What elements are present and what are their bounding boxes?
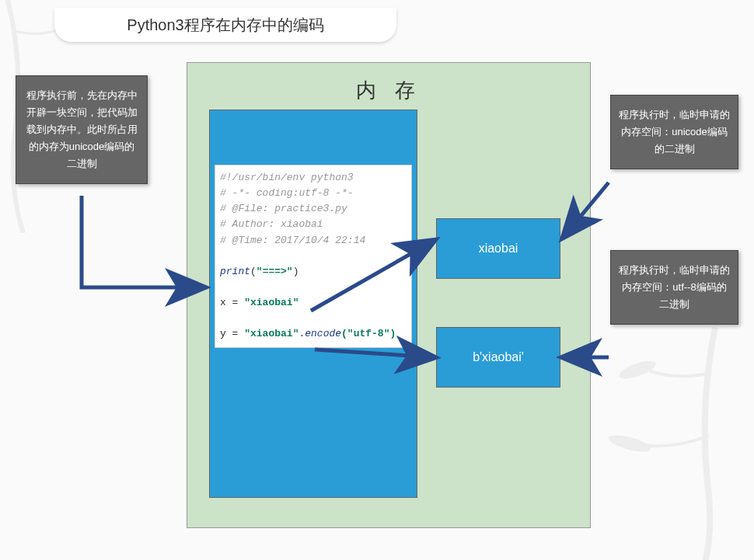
- title-bar: Python3程序在内存中的编码: [54, 8, 396, 42]
- code-comment-3: # @File: practice3.py: [220, 203, 347, 214]
- value-utf8-text: b'xiaobai': [473, 350, 524, 364]
- info-left-text: 程序执行前，先在内存中开辟一块空间，把代码加载到内存中。此时所占用的内存为uni…: [26, 89, 138, 169]
- value-unicode-text: xiaobai: [479, 242, 518, 256]
- code-y-arg: ("utf-8"): [341, 328, 396, 339]
- memory-heading: 内 存: [187, 63, 590, 112]
- value-box-unicode: xiaobai: [436, 218, 560, 279]
- code-print-arg: "===>": [257, 266, 293, 277]
- info-r1-text: 程序执行时，临时申请的内存空间：unicode编码的二进制: [619, 109, 730, 155]
- code-comment-4: # Author: xiaobai: [220, 218, 323, 230]
- code-comment-2: # -*- coding:utf-8 -*-: [220, 187, 354, 199]
- info-box-right-1: 程序执行时，临时申请的内存空间：unicode编码的二进制: [610, 95, 738, 169]
- code-y-lhs: y =: [220, 328, 244, 339]
- code-comment-5: # @Time: 2017/10/4 22:14: [220, 235, 365, 246]
- code-block: #!/usr/bin/env python3 # -*- coding:utf-…: [215, 165, 412, 348]
- code-x-lhs: x =: [220, 297, 244, 308]
- value-box-utf8: b'xiaobai': [436, 327, 560, 388]
- code-x-val: "xiaobai": [244, 297, 298, 308]
- code-panel: #!/usr/bin/env python3 # -*- coding:utf-…: [209, 110, 417, 498]
- svg-point-0: [617, 357, 658, 382]
- code-comment-1: #!/usr/bin/env python3: [220, 172, 354, 183]
- svg-point-1: [607, 432, 652, 455]
- info-r2-text: 程序执行时，临时申请的内存空间：utf--8编码的二进制: [619, 264, 730, 310]
- memory-panel: 内 存 #!/usr/bin/env python3 # -*- coding:…: [187, 62, 591, 528]
- info-box-right-2: 程序执行时，临时申请的内存空间：utf--8编码的二进制: [610, 250, 738, 325]
- code-print-fn: print: [220, 266, 250, 277]
- code-y-encode: encode: [305, 328, 341, 339]
- page-title: Python3程序在内存中的编码: [127, 15, 323, 36]
- code-y-val: "xiaobai": [244, 328, 298, 339]
- info-box-left: 程序执行前，先在内存中开辟一块空间，把代码加载到内存中。此时所占用的内存为uni…: [16, 75, 148, 184]
